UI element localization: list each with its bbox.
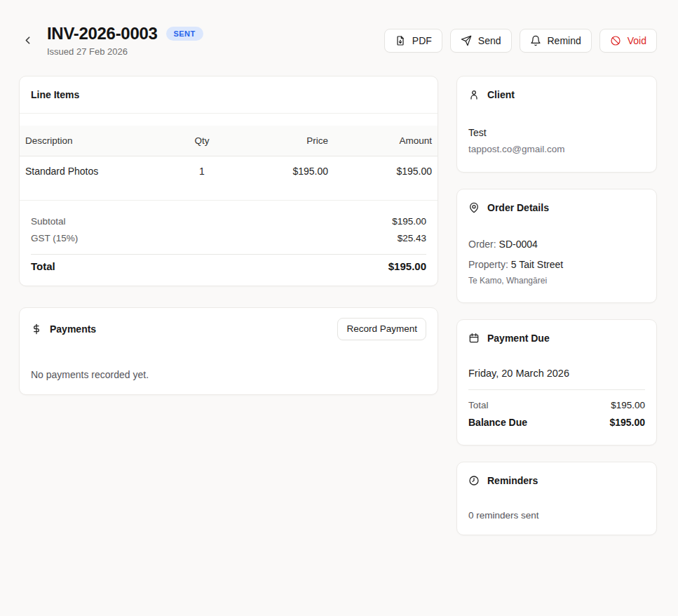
paper-plane-icon xyxy=(461,35,472,46)
gst-row: GST (15%) $25.43 xyxy=(31,230,426,247)
client-body: Test tappost.co@gmail.com xyxy=(468,124,645,158)
order-value: SD-0004 xyxy=(499,239,538,250)
reminders-body: 0 reminders sent xyxy=(468,510,645,521)
due-total-label: Total xyxy=(468,397,489,414)
clock-icon xyxy=(468,475,480,486)
payments-card: Payments Record Payment No payments reco… xyxy=(19,307,438,395)
order-details-card: Order Details Order: SD-0004 Property: 5… xyxy=(456,189,657,303)
order-number-line: Order: SD-0004 xyxy=(468,237,645,252)
gst-value: $25.43 xyxy=(398,230,426,247)
table-row: Standard Photos 1 $195.00 $195.00 xyxy=(20,156,438,201)
pdf-button[interactable]: PDF xyxy=(384,29,442,53)
topbar: INV-2026-0003 SENT Issued 27 Feb 2026 PD… xyxy=(19,24,657,57)
chevron-left-icon xyxy=(22,34,34,46)
title-block: INV-2026-0003 SENT Issued 27 Feb 2026 xyxy=(47,24,203,57)
order-details-title-row: Order Details xyxy=(468,202,645,213)
property-line: Property: 5 Tait Street Te Kamo, Whangār… xyxy=(468,257,645,288)
subtotal-value: $195.00 xyxy=(392,213,426,230)
balance-due-row: Balance Due $195.00 xyxy=(468,414,645,431)
void-button-label: Void xyxy=(628,34,646,47)
property-suburb: Te Kamo, Whangārei xyxy=(468,274,645,288)
property-label: Property: xyxy=(468,259,508,270)
back-button[interactable] xyxy=(19,32,36,49)
payment-due-divider xyxy=(468,389,645,390)
main-content: Line Items Description Qty Price Amount … xyxy=(19,76,657,535)
ban-icon xyxy=(610,35,621,46)
reminders-status: 0 reminders sent xyxy=(468,510,645,521)
reminders-card: Reminders 0 reminders sent xyxy=(456,462,657,535)
remind-button-label: Remind xyxy=(548,34,581,47)
total-label: Total xyxy=(31,260,55,272)
payments-title-row: Payments xyxy=(31,323,96,335)
total-row: Total $195.00 xyxy=(31,260,426,272)
page-title: INV-2026-0003 xyxy=(47,24,158,43)
send-button[interactable]: Send xyxy=(450,29,512,53)
status-badge: SENT xyxy=(166,27,203,41)
payments-header: Payments Record Payment xyxy=(31,318,426,340)
send-button-label: Send xyxy=(478,34,501,47)
payment-due-title-row: Payment Due xyxy=(468,333,645,344)
col-description: Description xyxy=(25,135,181,146)
gst-label: GST (15%) xyxy=(31,230,78,247)
bell-icon xyxy=(530,35,541,46)
row-price: $195.00 xyxy=(223,166,328,177)
row-qty: 1 xyxy=(181,166,223,177)
remind-button[interactable]: Remind xyxy=(520,29,592,53)
pdf-download-icon xyxy=(395,35,406,46)
client-title: Client xyxy=(487,89,515,100)
balance-due-value: $195.00 xyxy=(609,414,645,431)
calendar-icon xyxy=(468,333,480,344)
order-details-title: Order Details xyxy=(487,202,549,213)
payments-title: Payments xyxy=(50,323,96,335)
action-buttons: PDF Send Remind Void xyxy=(384,29,657,53)
payment-due-body: Friday, 20 March 2026 Total $195.00 Bala… xyxy=(468,368,645,431)
map-pin-icon xyxy=(468,202,480,213)
balance-due-label: Balance Due xyxy=(468,414,527,431)
subtotal-row: Subtotal $195.00 xyxy=(31,213,426,230)
reminders-title-row: Reminders xyxy=(468,475,645,486)
right-column: Client Test tappost.co@gmail.com Order D… xyxy=(456,76,657,535)
col-price: Price xyxy=(223,135,328,146)
line-items-card: Line Items Description Qty Price Amount … xyxy=(19,76,438,286)
payment-due-title: Payment Due xyxy=(487,333,550,344)
client-email: tappost.co@gmail.com xyxy=(468,141,645,158)
record-payment-button[interactable]: Record Payment xyxy=(337,318,426,340)
totals-divider xyxy=(31,254,426,255)
totals-section: Subtotal $195.00 GST (15%) $25.43 Total … xyxy=(20,201,438,286)
due-date: Friday, 20 March 2026 xyxy=(468,368,645,379)
client-card: Client Test tappost.co@gmail.com xyxy=(456,76,657,173)
col-qty: Qty xyxy=(181,135,223,146)
topbar-left: INV-2026-0003 SENT Issued 27 Feb 2026 xyxy=(19,24,203,57)
pdf-button-label: PDF xyxy=(412,34,432,47)
title-row: INV-2026-0003 SENT xyxy=(47,24,203,43)
table-header-row: Description Qty Price Amount xyxy=(20,126,438,156)
client-title-row: Client xyxy=(468,89,645,100)
order-details-body: Order: SD-0004 Property: 5 Tait Street T… xyxy=(468,237,645,288)
dollar-icon xyxy=(31,323,42,335)
issued-date: Issued 27 Feb 2026 xyxy=(47,46,203,57)
row-description: Standard Photos xyxy=(25,166,181,177)
payments-empty-text: No payments recorded yet. xyxy=(31,369,426,380)
col-amount: Amount xyxy=(328,135,432,146)
due-total-row: Total $195.00 xyxy=(468,397,645,414)
left-column: Line Items Description Qty Price Amount … xyxy=(19,76,438,395)
row-amount: $195.00 xyxy=(328,166,432,177)
payment-due-card: Payment Due Friday, 20 March 2026 Total … xyxy=(456,319,657,446)
person-icon xyxy=(468,89,480,100)
line-items-table: Description Qty Price Amount Standard Ph… xyxy=(20,126,438,201)
client-name: Test xyxy=(468,124,645,141)
due-total-value: $195.00 xyxy=(611,397,645,414)
void-button[interactable]: Void xyxy=(599,29,657,53)
total-value: $195.00 xyxy=(388,260,426,272)
property-value: 5 Tait Street xyxy=(511,259,563,270)
order-label: Order: xyxy=(468,239,496,250)
invoice-detail-page: INV-2026-0003 SENT Issued 27 Feb 2026 PD… xyxy=(0,0,678,535)
subtotal-label: Subtotal xyxy=(31,213,66,230)
reminders-title: Reminders xyxy=(487,475,538,486)
line-items-title: Line Items xyxy=(20,76,438,114)
